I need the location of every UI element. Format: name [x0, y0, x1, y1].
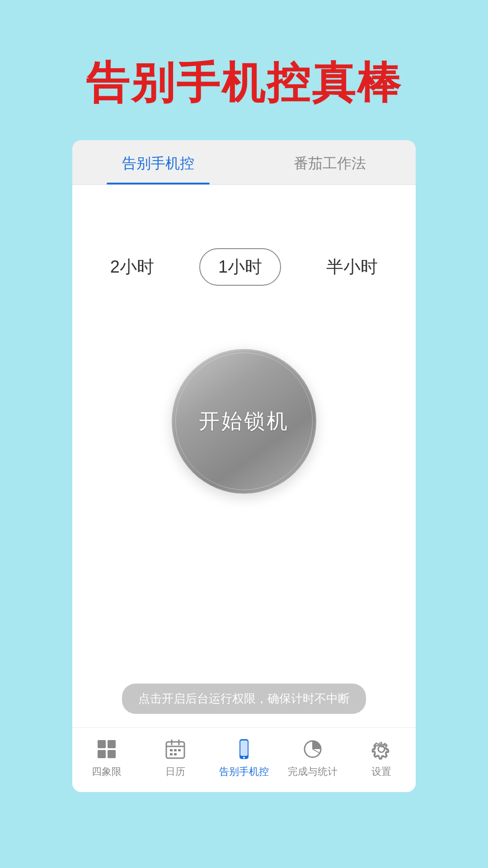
svg-rect-11	[170, 753, 173, 755]
time-option-1h[interactable]: 1小时	[199, 248, 281, 286]
nav-item-calendar[interactable]: 日历	[141, 737, 210, 778]
calendar-icon	[163, 737, 188, 761]
svg-rect-3	[108, 750, 116, 758]
tab-tomato[interactable]: 番茄工作法	[244, 140, 416, 184]
nav-label-stats: 完成与统计	[288, 765, 338, 778]
nav-item-settings[interactable]: 设置	[347, 737, 416, 778]
nav-label-phone-control: 告别手机控	[219, 765, 269, 778]
nav-label-settings: 设置	[371, 765, 391, 778]
svg-rect-8	[170, 749, 173, 751]
time-option-half[interactable]: 半小时	[308, 249, 396, 285]
nav-item-quadrant[interactable]: 四象限	[72, 737, 141, 778]
start-button-container: 开始锁机	[172, 349, 316, 494]
svg-rect-9	[174, 749, 177, 751]
start-button-label: 开始锁机	[199, 407, 289, 435]
app-card: 告别手机控 番茄工作法 2小时 1小时 半小时 开始锁机	[72, 140, 416, 792]
tab-phone-control[interactable]: 告别手机控	[72, 140, 244, 184]
svg-rect-0	[98, 740, 106, 748]
phone-icon	[232, 737, 256, 761]
svg-rect-2	[98, 750, 106, 758]
time-options: 2小时 1小时 半小时	[92, 248, 396, 286]
page-title: 告别手机控真棒	[86, 54, 402, 113]
start-lock-button[interactable]: 开始锁机	[172, 349, 316, 494]
nav-label-calendar: 日历	[165, 765, 185, 778]
tab-bar: 告别手机控 番茄工作法	[72, 140, 416, 185]
svg-point-15	[243, 757, 245, 759]
bottom-nav: 四象限 日历	[72, 727, 416, 792]
nav-item-phone-control[interactable]: 告别手机控	[210, 737, 278, 778]
nav-label-quadrant: 四象限	[92, 765, 122, 778]
svg-rect-10	[178, 749, 181, 751]
svg-rect-14	[240, 741, 248, 756]
chart-icon	[300, 737, 325, 761]
svg-rect-12	[174, 753, 177, 755]
hint-bar[interactable]: 点击开启后台运行权限，确保计时不中断	[122, 684, 366, 714]
nav-item-stats[interactable]: 完成与统计	[278, 737, 347, 778]
svg-rect-1	[108, 740, 116, 748]
svg-line-18	[313, 749, 319, 753]
grid-icon	[94, 737, 119, 761]
content-area: 2小时 1小时 半小时 开始锁机 点击开启后台运行权限，确保计时不中断	[72, 185, 416, 727]
hint-text: 点击开启后台运行权限，确保计时不中断	[138, 692, 350, 705]
gear-icon	[369, 737, 394, 761]
time-option-2h[interactable]: 2小时	[92, 249, 172, 285]
